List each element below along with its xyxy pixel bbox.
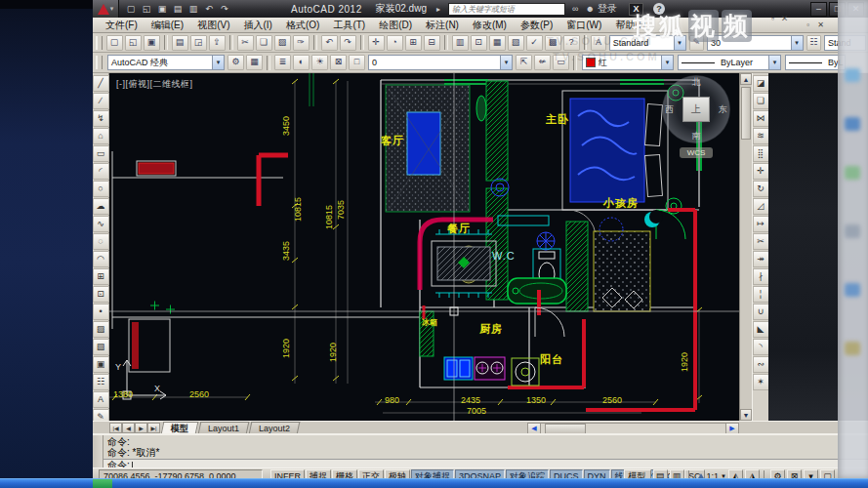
rectangle-icon[interactable]: ▭: [93, 145, 109, 162]
command-window-grip[interactable]: [93, 435, 103, 468]
tab-nav-icon-0[interactable]: |◀: [109, 423, 122, 433]
arc-icon[interactable]: ◜: [93, 163, 109, 180]
rotate-icon[interactable]: ↻: [753, 181, 769, 197]
undo-icon[interactable]: ↶: [202, 3, 216, 16]
copy-clip-icon[interactable]: ❏: [256, 35, 272, 51]
new-icon[interactable]: ▢: [124, 3, 138, 16]
cut-icon[interactable]: ✂: [237, 35, 254, 51]
taskbar[interactable]: [0, 478, 868, 488]
menu-item-9[interactable]: 参数(P): [514, 19, 559, 32]
markup-icon[interactable]: ✓: [526, 35, 543, 51]
toolbar-grip[interactable]: [96, 36, 103, 50]
layer-properties-icon[interactable]: ≣: [274, 55, 291, 70]
tab-Layout2[interactable]: Layout2: [249, 422, 301, 434]
paste-icon[interactable]: ▨: [274, 35, 291, 51]
insert-block-icon[interactable]: ⊞: [93, 268, 109, 285]
toolpalettes-icon[interactable]: ▦: [489, 35, 506, 51]
scroll-up-icon[interactable]: ▲: [740, 73, 752, 85]
redo-icon[interactable]: ↷: [340, 35, 356, 51]
layer-combo[interactable]: 0▾: [368, 55, 513, 70]
mirror-icon[interactable]: ⋈: [753, 110, 769, 127]
region-icon[interactable]: ▣: [93, 356, 109, 373]
saveas-icon[interactable]: ▤: [171, 3, 185, 16]
app-menu-button[interactable]: ▾: [93, 0, 119, 18]
menu-item-0[interactable]: 文件(F): [99, 19, 145, 32]
undo-icon[interactable]: ↶: [321, 35, 338, 51]
scale-icon[interactable]: ◿: [753, 198, 769, 215]
viewcube-west[interactable]: 西: [665, 103, 674, 116]
viewcube-north[interactable]: 北: [692, 76, 701, 89]
properties-icon[interactable]: ▥: [452, 35, 469, 51]
workspace-combo[interactable]: AutoCAD 经典▾: [107, 55, 225, 70]
sheetset-icon[interactable]: ▧: [508, 35, 524, 51]
plot-icon[interactable]: ▤: [172, 35, 188, 51]
search-binoculars-icon[interactable]: ∞: [572, 4, 578, 14]
layer-unlock-icon[interactable]: ⊠: [330, 55, 347, 70]
menu-item-10[interactable]: 窗口(W): [559, 19, 608, 32]
break-icon[interactable]: ¦: [753, 286, 769, 303]
pan-icon[interactable]: ✛: [368, 35, 385, 51]
fillet-icon[interactable]: ◝: [753, 339, 769, 355]
point-icon[interactable]: •: [93, 304, 109, 320]
wcs-label[interactable]: WCS: [680, 147, 713, 158]
save-icon[interactable]: ▣: [144, 35, 160, 51]
matchprop-icon[interactable]: ✑: [293, 35, 310, 51]
linetype-combo[interactable]: ByLayer▾: [678, 55, 781, 70]
polyline-icon[interactable]: ↯: [93, 110, 109, 127]
open-icon[interactable]: ◱: [125, 35, 142, 51]
tab-Layout1[interactable]: Layout1: [198, 422, 250, 434]
mtext-icon[interactable]: A: [93, 391, 109, 408]
save-icon[interactable]: ▣: [155, 3, 169, 16]
offset-icon[interactable]: ≋: [753, 128, 769, 144]
scroll-down-icon[interactable]: ▼: [740, 409, 752, 421]
tab-nav-icon-1[interactable]: ◀: [122, 423, 135, 433]
viewcube-south[interactable]: 南: [692, 130, 701, 142]
layer-on-icon[interactable]: ◐: [293, 55, 310, 70]
ellipse-icon[interactable]: ◌: [93, 233, 109, 250]
circle-icon[interactable]: ○: [93, 181, 109, 197]
ellipse-arc-icon[interactable]: ◠: [93, 251, 109, 267]
line-icon[interactable]: ╱: [93, 75, 109, 92]
extend-icon[interactable]: ↠: [753, 251, 769, 267]
toolbar-grip[interactable]: [96, 56, 103, 69]
layer-thaw-icon[interactable]: ☀: [311, 55, 328, 70]
scrollbar-thumb[interactable]: [741, 87, 751, 140]
open-icon[interactable]: ◱: [140, 3, 153, 16]
make-current-icon[interactable]: ⇱: [516, 55, 532, 70]
lineweight-combo[interactable]: ByL: [785, 55, 846, 70]
break-point-icon[interactable]: ∤: [753, 268, 769, 285]
preview-icon[interactable]: ◲: [190, 35, 207, 51]
qnew-icon[interactable]: ▢: [106, 35, 123, 51]
spline-icon[interactable]: ∿: [93, 216, 109, 232]
plot-icon[interactable]: ▥: [186, 3, 200, 16]
layer-color-icon[interactable]: □: [349, 55, 365, 70]
menu-item-1[interactable]: 编辑(E): [145, 19, 190, 32]
viewport-controls-label[interactable]: [-][俯视][二维线框]: [116, 78, 193, 91]
zoom-previous-icon[interactable]: ⊟: [424, 35, 440, 51]
table-icon[interactable]: ☷: [93, 374, 109, 390]
search-input[interactable]: [448, 3, 565, 16]
create-block-icon[interactable]: ⊡: [93, 286, 109, 303]
menu-item-3[interactable]: 插入(I): [236, 19, 278, 32]
chamfer-icon[interactable]: ◣: [753, 321, 769, 338]
table-style-icon[interactable]: ☷: [806, 35, 821, 51]
viewcube[interactable]: 北 南 西 东 上: [662, 75, 730, 143]
viewcube-east[interactable]: 东: [719, 103, 727, 116]
viewcube-top[interactable]: 上: [682, 97, 710, 122]
vertical-scrollbar[interactable]: ▲ ▼: [739, 73, 752, 421]
menu-item-5[interactable]: 工具(T): [326, 19, 372, 32]
title-overflow-icon[interactable]: ▸: [436, 5, 440, 14]
erase-icon[interactable]: ◪: [753, 75, 769, 92]
designcenter-icon[interactable]: ⊡: [471, 35, 487, 51]
explode-icon[interactable]: ✶: [753, 374, 769, 390]
login-link[interactable]: 登录: [598, 2, 617, 16]
tab-nav-icon-2[interactable]: ▶: [135, 423, 147, 433]
blend-icon[interactable]: ∾: [753, 356, 769, 373]
revcloud-icon[interactable]: ☁: [93, 198, 109, 215]
publish-icon[interactable]: ⇪: [209, 35, 226, 51]
menu-item-2[interactable]: 视图(V): [190, 19, 236, 32]
move-icon[interactable]: ✛: [753, 163, 769, 180]
copy-icon[interactable]: ❏: [753, 93, 769, 109]
workspace-settings-icon[interactable]: ▦: [246, 55, 263, 70]
layer-previous-icon[interactable]: ⇍: [534, 55, 551, 70]
